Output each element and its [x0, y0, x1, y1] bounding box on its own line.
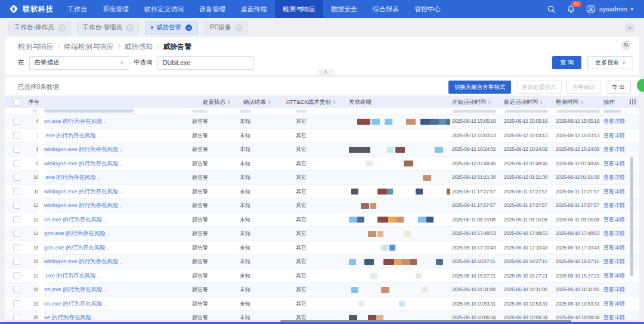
user-menu[interactable]: sysadmin ▾: [586, 4, 633, 14]
nav-item-9[interactable]: 管控中心: [407, 0, 448, 18]
alert-description[interactable]: on.exe 的行为存在风险，: [44, 213, 190, 227]
alert-description[interactable]: .exe 的行为存在风险，: [44, 129, 190, 143]
alert-description[interactable]: on.exe 的行为存在风险，: [44, 297, 190, 311]
sort-icon[interactable]: ▲▼: [488, 100, 491, 104]
related-terminal-redacted: [349, 227, 450, 240]
breadcrumb-item: 威胁告警: [163, 42, 191, 52]
column-header-confirm[interactable]: 确认结果▲▼: [240, 95, 286, 108]
column-header-tactic[interactable]: ATT&CK战术类别▲▼: [286, 95, 347, 108]
row-number: 19: [26, 297, 39, 311]
row-checkbox[interactable]: [13, 244, 20, 251]
column-header-detect[interactable]: 检测时间▲▼: [556, 95, 603, 108]
selected-count-info: 已选择0条数据: [18, 83, 59, 91]
alert-confirm-button[interactable]: 告警确认: [566, 81, 601, 94]
alert-description[interactable]: winlogon.exe 的行为存在风险，: [44, 185, 190, 199]
row-checkbox[interactable]: [13, 300, 20, 307]
tab-list-toggle-icon[interactable]: ⌄: [625, 23, 634, 32]
alert-description[interactable]: .exe 的行为存在风险，: [44, 171, 190, 184]
tab-1[interactable]: 工作台-操作员×: [8, 21, 71, 35]
tactic-value: 其它: [286, 297, 357, 311]
row-checkbox[interactable]: [13, 230, 20, 237]
export-button[interactable]: 导 出: [606, 81, 631, 94]
tab-close-icon[interactable]: ×: [126, 24, 133, 31]
tab-3[interactable]: 威胁告警×: [145, 21, 198, 35]
filter-query-input[interactable]: [157, 56, 254, 70]
tab-4[interactable]: PC设备×: [204, 21, 248, 35]
alert-description[interactable]: gon.exe 的行为存在风险，: [44, 227, 190, 240]
notification-bell-icon[interactable]: 26: [566, 5, 575, 14]
tab-close-icon[interactable]: ×: [236, 24, 242, 31]
row-checkbox[interactable]: [13, 286, 20, 293]
view-details-link[interactable]: 查看详情: [603, 143, 634, 156]
tab-close-icon[interactable]: ×: [58, 24, 65, 31]
nav-item-2[interactable]: 系统管理: [95, 0, 137, 18]
tactic-value: 其它: [286, 269, 357, 283]
sort-icon[interactable]: ▲▼: [227, 100, 230, 104]
select-all-checkbox[interactable]: [13, 98, 20, 106]
nav-item-7[interactable]: 数据安全: [323, 0, 365, 18]
breadcrumb-item[interactable]: 威胁感知: [124, 42, 153, 52]
row-checkbox[interactable]: [13, 118, 20, 125]
nav-item-6[interactable]: 检测与响应: [275, 0, 323, 18]
start-time: 2025-06-12 10:24:02: [452, 143, 503, 156]
tactic-value: 其它: [286, 213, 357, 227]
status-value: 新告警: [192, 143, 237, 156]
collapse-search-handle[interactable]: ∧: [317, 69, 334, 75]
switch-aggregate-mode-button[interactable]: 切换为聚合告警模式: [448, 81, 512, 94]
row-checkbox[interactable]: [13, 174, 20, 181]
sort-icon[interactable]: ▲▼: [268, 100, 271, 104]
alert-description[interactable]: winlogon.exe 的行为存在风险，: [44, 157, 190, 171]
alert-description[interactable]: gon.exe 的行为存在风险，: [44, 241, 190, 255]
nav-item-4[interactable]: 设备管理: [191, 0, 233, 18]
row-checkbox[interactable]: [13, 258, 20, 265]
view-details-link[interactable]: 查看详情: [603, 283, 634, 297]
brand[interactable]: 联软科技: [0, 4, 60, 14]
detect-time: 2025-06-12 15:03:13: [556, 129, 603, 143]
tab-close-icon[interactable]: ×: [185, 24, 192, 31]
confirm-value: 未知: [240, 129, 283, 143]
panel-toggle-icon[interactable]: ↻: [621, 41, 631, 50]
column-header-action: 操作: [603, 95, 634, 108]
tab-2[interactable]: 工作台-管理员×: [77, 21, 140, 35]
view-details-link[interactable]: 查看详情: [603, 297, 634, 311]
row-checkbox[interactable]: [13, 160, 20, 167]
nav-item-5[interactable]: 桌面终端: [233, 0, 275, 18]
alert-description[interactable]: on.exe 的行为存在风险，: [44, 115, 190, 128]
more-search-button[interactable]: 更多搜索 ∨: [587, 56, 633, 69]
alert-description[interactable]: winlogon.exe 的行为存在风险，: [44, 143, 190, 156]
breadcrumb-item[interactable]: 终端检测与响应: [64, 42, 114, 52]
alert-description[interactable]: winlogon.exe 的行为存在风险，: [44, 199, 190, 212]
view-details-link[interactable]: 查看详情: [603, 129, 634, 143]
detect-time: 2025-06-12 10:24:02: [556, 143, 603, 156]
alert-description[interactable]: winlogon.exe 的行为存在风险，: [44, 255, 190, 269]
sort-icon[interactable]: ▲▼: [580, 100, 583, 104]
related-terminal-redacted: [349, 129, 450, 143]
row-checkbox[interactable]: [13, 132, 20, 139]
filter-field-select[interactable]: 告警描述 ∨: [29, 56, 129, 70]
nav-item-1[interactable]: 工作台: [60, 0, 95, 18]
row-checkbox[interactable]: [13, 202, 20, 209]
vertical-scrollbar[interactable]: [630, 157, 633, 276]
alert-description[interactable]: .exe 的行为存在风险，: [44, 269, 190, 283]
recent-time: 2025-06-10 15:27:21: [504, 269, 555, 283]
column-header-recent[interactable]: 最近活动时间▲▼: [504, 95, 555, 108]
search-icon[interactable]: [547, 5, 556, 14]
sort-icon[interactable]: ▲▼: [333, 100, 336, 104]
row-checkbox[interactable]: [13, 188, 20, 195]
view-details-link[interactable]: 查看详情: [603, 115, 634, 128]
nav-item-8[interactable]: 综合报表: [365, 0, 407, 18]
nav-item-3[interactable]: 软件定义访问: [137, 0, 191, 18]
change-status-button[interactable]: 更改处置状态: [516, 81, 562, 94]
row-checkbox[interactable]: [13, 146, 20, 153]
breadcrumb-item[interactable]: 检测与响应: [18, 42, 54, 52]
row-number: 12: [26, 199, 39, 212]
row-checkbox[interactable]: [13, 272, 20, 279]
detect-time: 2025-06-10 10:53:31: [556, 297, 603, 311]
search-button[interactable]: 查 询: [552, 56, 581, 69]
sort-icon[interactable]: ▲▼: [540, 100, 543, 104]
recent-time: 2025-06-11 17:27:57: [504, 199, 555, 212]
row-checkbox[interactable]: [13, 216, 20, 223]
column-header-start[interactable]: 开始活动时间▲▼: [452, 95, 503, 108]
alert-description[interactable]: on.exe 的行为存在风险，: [44, 283, 190, 297]
related-terminal-redacted: [349, 255, 450, 269]
